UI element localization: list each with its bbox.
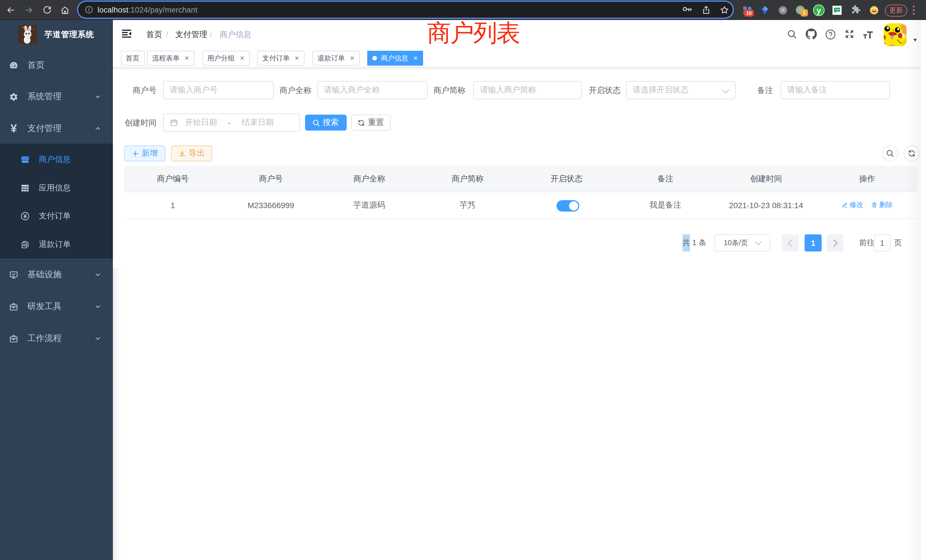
svg-text:y: y xyxy=(816,6,821,15)
svg-text:⌘: ⌘ xyxy=(780,7,785,13)
